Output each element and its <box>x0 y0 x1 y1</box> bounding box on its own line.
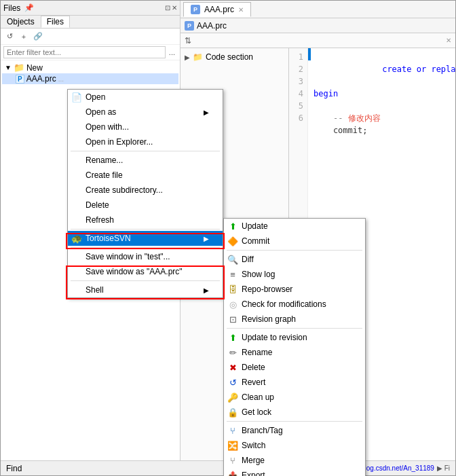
primary-context-menu: 📄 Open Open as ▶ Open with... Open in Ex… <box>67 89 223 298</box>
check-icon: ◎ <box>227 298 239 310</box>
tree-item-new[interactable]: ▼ 📁 New <box>2 62 178 73</box>
svn-branch-tag[interactable]: ⑂ Branch/Tag <box>224 423 365 438</box>
ide-window: Files 📌 ⊡ ✕ Objects Files ↺ <box>0 0 456 476</box>
merge-icon: ⑂ <box>227 454 239 466</box>
folder-icon: 📁 <box>14 62 24 73</box>
file-icon: P <box>16 75 24 84</box>
tortoise-icon: 🐢 <box>71 232 83 244</box>
commit-icon: 🔶 <box>227 235 239 247</box>
cleanup-icon: 🔑 <box>227 391 239 403</box>
editor-tab-aaa[interactable]: P AAA.prc ✕ <box>183 2 251 17</box>
svn-revert[interactable]: ↺ Revert <box>224 375 365 390</box>
collapse-icon: ▼ <box>5 64 12 71</box>
menu-sep-3 <box>71 247 220 248</box>
svn-merge[interactable]: ⑂ Merge <box>224 453 365 468</box>
update-rev-icon: ⬆ <box>227 331 239 344</box>
menu-item-create-subdir[interactable]: Create subdirectory... <box>68 183 223 198</box>
toolbar-add-btn[interactable]: + <box>18 31 30 43</box>
menu-item-refresh[interactable]: Refresh <box>68 213 223 227</box>
svn-sep-2 <box>227 328 362 329</box>
code-content[interactable]: create or replace proc begin -- 修改内容 com… <box>308 48 455 151</box>
menu-item-open-explorer[interactable]: Open in Explorer... <box>68 134 223 149</box>
menu-item-open-with[interactable]: Open with... <box>68 120 223 134</box>
editor-tab-bar: P AAA.prc ✕ <box>180 1 455 18</box>
menu-item-shell[interactable]: Shell ▶ <box>68 282 223 297</box>
tab-objects[interactable]: Objects <box>1 16 41 28</box>
tree-label-new: New <box>26 63 43 73</box>
open-icon: 📄 <box>71 91 83 103</box>
tree-item-file[interactable]: P AAA.prc ... <box>2 73 178 84</box>
files-panel-header: Files 📌 ⊡ ✕ <box>1 1 180 16</box>
filter-input[interactable] <box>3 46 166 58</box>
menu-sep-1 <box>71 151 220 151</box>
outline-bar: ⇅ ✕ <box>180 33 455 48</box>
toolbar-link-btn[interactable]: 🔗 <box>32 31 44 43</box>
filter-more-btn[interactable]: ... <box>167 48 177 57</box>
files-toolbar: ↺ + 🔗 <box>1 29 180 45</box>
svn-update[interactable]: ⬆ Update <box>224 219 365 234</box>
svn-delete[interactable]: ✖ Delete <box>224 360 365 375</box>
svn-update-rev[interactable]: ⬆ Update to revision <box>224 330 365 345</box>
svn-repo-browser[interactable]: 🗄 Repo-browser <box>224 282 365 297</box>
expand-icon: ▶ <box>185 54 190 61</box>
panel-close-icon[interactable]: ✕ <box>172 4 177 12</box>
menu-item-tortoisesvn[interactable]: 🐢 TortoiseSVN ▶ <box>68 231 223 246</box>
branch-icon: ⑂ <box>227 424 239 437</box>
svn-delete-icon: ✖ <box>227 361 239 373</box>
log-icon: ≡ <box>227 268 239 280</box>
svn-diff[interactable]: 🔍 Diff <box>224 252 365 267</box>
menu-item-open-as[interactable]: Open as ▶ <box>68 105 223 120</box>
graph-icon: ⊡ <box>227 313 239 325</box>
tree-label-file: AAA.prc <box>26 74 56 84</box>
files-panel-title: Files <box>3 3 20 13</box>
svn-cleanup[interactable]: 🔑 Clean up <box>224 390 365 405</box>
svn-rename-icon: ✏ <box>227 346 239 359</box>
editor-header: P AAA.prc <box>180 18 455 33</box>
menu-item-open[interactable]: 📄 Open <box>68 90 223 105</box>
lock-icon: 🔒 <box>227 406 239 418</box>
file-status-dots: ... <box>58 75 64 83</box>
svn-switch[interactable]: 🔀 Switch <box>224 438 365 453</box>
svn-get-lock[interactable]: 🔒 Get lock <box>224 405 365 420</box>
tab-close-btn[interactable]: ✕ <box>238 6 244 14</box>
tab-files[interactable]: Files <box>41 16 70 28</box>
export-icon: 📤 <box>227 469 239 476</box>
editor-breadcrumb-label: AAA.prc <box>197 21 227 31</box>
code-section-label: Code section <box>206 52 253 62</box>
line-indicator <box>308 48 311 60</box>
menu-item-save-aaa[interactable]: Save window as "AAA.prc" <box>68 264 223 279</box>
p-icon: P <box>191 5 200 14</box>
diff-icon: 🔍 <box>227 253 239 266</box>
menu-item-delete[interactable]: Delete <box>68 198 223 213</box>
editor-p-icon: P <box>185 21 194 31</box>
tab-label-aaa: AAA.prc <box>204 5 234 14</box>
outline-close-icon[interactable]: ✕ <box>446 37 451 44</box>
folder-icon-code: 📁 <box>193 52 203 62</box>
find-label: Find <box>6 464 22 473</box>
svn-sep-1 <box>227 250 362 251</box>
svn-sep-3 <box>227 421 362 422</box>
menu-item-create-file[interactable]: Create file <box>68 168 223 183</box>
filter-wrap: ... <box>1 45 180 60</box>
svn-export[interactable]: 📤 Export <box>224 468 365 476</box>
tortoisesvn-submenu: ⬆ Update 🔶 Commit 🔍 Diff ≡ Show log 🗄 Re… <box>223 218 366 476</box>
svn-check-mods[interactable]: ◎ Check for modifications <box>224 297 365 312</box>
switch-icon: 🔀 <box>227 439 239 452</box>
svn-show-log[interactable]: ≡ Show log <box>224 267 365 282</box>
menu-item-rename[interactable]: Rename... <box>68 153 223 168</box>
update-icon: ⬆ <box>227 220 239 232</box>
panel-tab-bar: Objects Files <box>1 16 180 29</box>
bottom-suffix: ▶ Fi <box>437 464 450 472</box>
code-section-item[interactable]: ▶ 📁 Code section <box>183 51 286 63</box>
toolbar-refresh-btn[interactable]: ↺ <box>3 31 16 43</box>
menu-sep-4 <box>71 280 220 281</box>
pin-icon[interactable]: 📌 <box>24 3 34 12</box>
editor-header-left: P AAA.prc <box>185 21 227 31</box>
svn-commit[interactable]: 🔶 Commit <box>224 234 365 249</box>
sort-icon: ⇅ <box>185 36 191 45</box>
panel-float-icon[interactable]: ⊡ <box>165 4 170 12</box>
svn-rename[interactable]: ✏ Rename <box>224 345 365 360</box>
repo-icon: 🗄 <box>227 283 239 295</box>
menu-item-save-test[interactable]: Save window in "test"... <box>68 249 223 264</box>
svn-revision-graph[interactable]: ⊡ Revision graph <box>224 312 365 327</box>
